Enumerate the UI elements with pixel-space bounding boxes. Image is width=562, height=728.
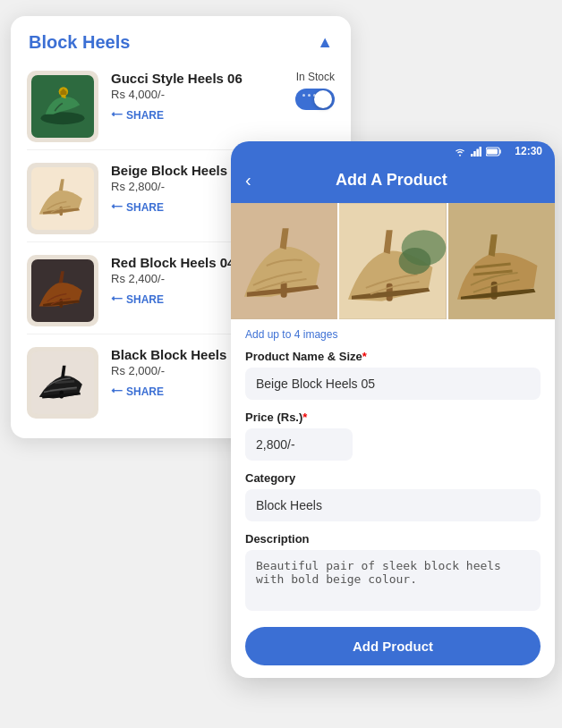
svg-rect-14: [487, 148, 498, 154]
back-card-header: Block Heels ▲: [11, 16, 351, 62]
share-label: SHARE: [126, 109, 164, 122]
share-icon: ⭠: [111, 385, 123, 398]
product-price: Rs 4,000/-: [111, 88, 251, 101]
price-label: Price (Rs.)*: [245, 411, 541, 424]
form-title: Add A Product: [260, 171, 523, 190]
share-icon: ⭠: [111, 108, 123, 122]
image-slot-3[interactable]: [448, 203, 555, 319]
image-strip: [231, 203, 555, 319]
status-time: 12:30: [515, 145, 542, 157]
required-marker: *: [302, 411, 307, 424]
image-slot-1[interactable]: [231, 203, 339, 319]
share-label: SHARE: [126, 201, 164, 214]
share-button[interactable]: ⭠ SHARE: [111, 292, 164, 306]
description-textarea[interactable]: [245, 550, 541, 611]
share-icon: ⭠: [111, 292, 123, 306]
list-item: Gucci Style Heels 06 Rs 4,000/- ⭠ SHARE …: [11, 62, 351, 146]
svg-rect-10: [473, 151, 476, 157]
status-bar: 12:30: [231, 141, 555, 161]
signal-icon: [471, 147, 481, 157]
product-thumbnail: [27, 71, 98, 142]
status-icons: [454, 147, 502, 157]
share-button[interactable]: ⭠ SHARE: [111, 200, 164, 214]
add-product-card: 12:30 ‹ Add A Product: [231, 141, 555, 678]
image-slot-2[interactable]: [339, 203, 447, 319]
stock-toggle[interactable]: [295, 89, 335, 110]
svg-rect-9: [471, 154, 473, 157]
form-header: ‹ Add A Product: [231, 161, 555, 203]
price-input[interactable]: [245, 428, 353, 461]
svg-rect-12: [480, 147, 482, 157]
add-images-hint[interactable]: Add up to 4 images: [245, 328, 541, 341]
svg-rect-11: [477, 148, 480, 157]
back-card-title: Block Heels: [29, 32, 130, 53]
product-info: Gucci Style Heels 06 Rs 4,000/- ⭠ SHARE: [111, 71, 251, 129]
share-label: SHARE: [126, 385, 164, 398]
product-thumbnail: [27, 255, 98, 326]
product-name-input[interactable]: [245, 368, 541, 400]
product-thumbnail: [27, 347, 98, 419]
product-name-label: Product Name & Size*: [245, 350, 541, 363]
product-name: Gucci Style Heels 06: [111, 71, 251, 86]
wifi-icon: [454, 147, 466, 157]
share-icon: ⭠: [111, 200, 123, 214]
share-button[interactable]: ⭠ SHARE: [111, 385, 164, 398]
product-stock-toggle: In Stock: [263, 71, 335, 110]
share-button[interactable]: ⭠ SHARE: [111, 108, 164, 122]
product-thumbnail: [27, 163, 98, 234]
share-label: SHARE: [126, 293, 164, 306]
category-label: Category: [245, 471, 541, 485]
add-product-button[interactable]: Add Product: [245, 627, 541, 665]
form-body: Add up to 4 images Product Name & Size* …: [231, 319, 555, 678]
back-arrow-icon[interactable]: ‹: [245, 170, 251, 190]
svg-point-20: [399, 248, 431, 275]
description-label: Description: [245, 532, 541, 546]
required-marker: *: [362, 350, 367, 363]
category-input[interactable]: [245, 489, 541, 521]
battery-icon: [486, 147, 502, 157]
chevron-up-icon[interactable]: ▲: [317, 33, 333, 52]
in-stock-label: In Stock: [296, 71, 335, 83]
